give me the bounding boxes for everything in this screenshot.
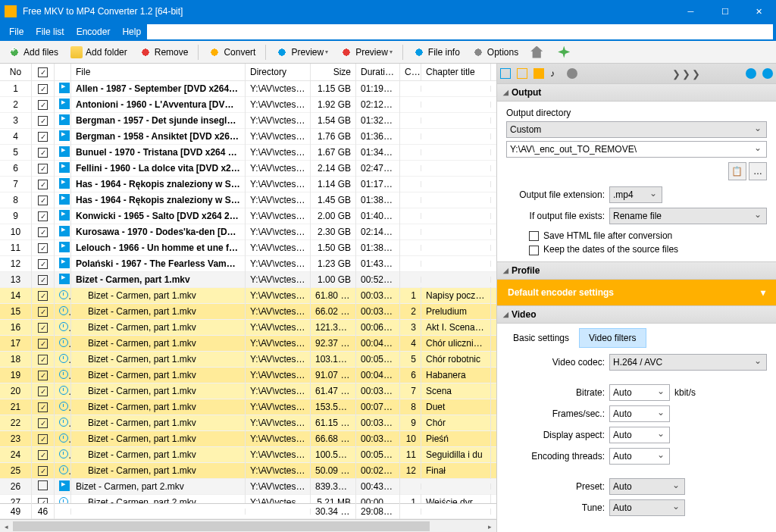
table-row[interactable]: 26Bizet - Carmen, part 2.mkvY:\AV\vctest… bbox=[0, 479, 496, 495]
keep-dates-checkbox[interactable] bbox=[529, 246, 539, 255]
convert-button[interactable]: Convert bbox=[203, 43, 261, 61]
preset-select[interactable]: Auto bbox=[609, 478, 685, 495]
preview-button-1[interactable]: Preview▾ bbox=[271, 43, 333, 61]
row-checkbox[interactable] bbox=[38, 196, 48, 205]
col-chapter[interactable]: Ch... bbox=[400, 64, 421, 80]
table-row[interactable]: 20Bizet - Carmen, part 1.mkvY:\AV\vctest… bbox=[0, 383, 496, 399]
add-folder-button[interactable]: Add folder bbox=[65, 43, 133, 61]
table-row[interactable]: 14Bizet - Carmen, part 1.mkvY:\AV\vctest… bbox=[0, 288, 496, 304]
output-section-header[interactable]: Output bbox=[497, 83, 776, 102]
table-row[interactable]: 24Bizet - Carmen, part 1.mkvY:\AV\vctest… bbox=[0, 447, 496, 463]
row-checkbox[interactable] bbox=[38, 116, 48, 126]
table-row[interactable]: 13Bizet - Carmen, part 1.mkvY:\AV\vctest… bbox=[0, 272, 496, 288]
tune-select[interactable]: Auto bbox=[609, 499, 685, 516]
row-checkbox[interactable] bbox=[38, 132, 48, 142]
menu-links[interactable]: Links bbox=[147, 24, 773, 39]
table-row[interactable]: 19Bizet - Carmen, part 1.mkvY:\AV\vctest… bbox=[0, 368, 496, 383]
row-checkbox[interactable] bbox=[38, 307, 48, 317]
table-row[interactable]: 1Allen - 1987 - September [DVD x264 1892… bbox=[0, 81, 496, 97]
row-checkbox[interactable] bbox=[38, 323, 48, 333]
row-checkbox[interactable] bbox=[38, 339, 48, 349]
edit-path-button[interactable]: 📋 bbox=[728, 162, 746, 180]
minimize-button[interactable]: ─ bbox=[674, 0, 708, 23]
table-row[interactable]: 23Bizet - Carmen, part 1.mkvY:\AV\vctest… bbox=[0, 431, 496, 447]
table-row[interactable]: 17Bizet - Carmen, part 1.mkvY:\AV\vctest… bbox=[0, 336, 496, 352]
row-checkbox[interactable] bbox=[38, 402, 48, 412]
row-checkbox[interactable] bbox=[38, 211, 48, 221]
row-checkbox[interactable] bbox=[38, 275, 48, 285]
row-checkbox[interactable] bbox=[38, 450, 48, 460]
aspect-select[interactable]: Auto bbox=[609, 427, 670, 443]
row-checkbox[interactable] bbox=[38, 466, 48, 476]
profile-select[interactable]: Default encoder settings▾ bbox=[497, 280, 776, 305]
fps-select[interactable]: Auto bbox=[609, 405, 670, 422]
gear-icon[interactable] bbox=[567, 68, 577, 79]
panel-icon[interactable] bbox=[517, 68, 527, 79]
table-row[interactable]: 4Bergman - 1958 - Ansiktet [DVD x264 215… bbox=[0, 129, 496, 145]
row-checkbox[interactable] bbox=[38, 164, 48, 174]
scroll-left-icon[interactable]: ◂ bbox=[0, 520, 13, 532]
row-checkbox[interactable] bbox=[38, 355, 48, 365]
table-row[interactable]: 11Lelouch - 1966 - Un homme et une femme… bbox=[0, 240, 496, 256]
tab-video-filters[interactable]: Video filters bbox=[579, 328, 646, 348]
browse-path-button[interactable]: … bbox=[749, 162, 767, 180]
col-duration[interactable]: Duration bbox=[356, 64, 400, 80]
video-codec-select[interactable]: H.264 / AVC bbox=[609, 354, 767, 371]
info-icon[interactable] bbox=[746, 68, 756, 79]
menu-file[interactable]: File bbox=[3, 24, 30, 39]
menu-help[interactable]: Help bbox=[116, 24, 147, 39]
col-file[interactable]: File bbox=[71, 64, 246, 80]
horizontal-scrollbar[interactable]: ◂ ▸ bbox=[0, 519, 496, 532]
row-checkbox[interactable] bbox=[38, 227, 48, 237]
col-icon[interactable] bbox=[55, 64, 71, 80]
table-row[interactable]: 18Bizet - Carmen, part 1.mkvY:\AV\vctest… bbox=[0, 352, 496, 368]
row-checkbox[interactable] bbox=[38, 148, 48, 158]
options-button[interactable]: Options bbox=[467, 43, 524, 61]
row-checkbox[interactable] bbox=[38, 259, 48, 269]
row-checkbox[interactable] bbox=[38, 180, 48, 189]
add-files-button[interactable]: Add files bbox=[3, 43, 64, 61]
menu-file-list[interactable]: File list bbox=[30, 24, 70, 39]
scroll-thumb[interactable] bbox=[13, 521, 430, 531]
video-section-header[interactable]: Video bbox=[497, 305, 776, 324]
output-directory-select[interactable]: Custom bbox=[506, 121, 767, 138]
bitrate-select[interactable]: Auto bbox=[609, 384, 670, 401]
row-checkbox[interactable] bbox=[38, 386, 48, 396]
table-row[interactable]: 15Bizet - Carmen, part 1.mkvY:\AV\vctest… bbox=[0, 304, 496, 320]
table-row[interactable]: 21Bizet - Carmen, part 1.mkvY:\AV\vctest… bbox=[0, 399, 496, 415]
panel-icon[interactable] bbox=[500, 68, 511, 79]
row-checkbox[interactable] bbox=[38, 371, 48, 380]
table-row[interactable]: 16Bizet - Carmen, part 1.mkvY:\AV\vctest… bbox=[0, 320, 496, 336]
select-all-checkbox[interactable] bbox=[38, 67, 48, 77]
output-extension-select[interactable]: .mp4 bbox=[609, 186, 662, 203]
col-chapter-title[interactable]: Chapter title bbox=[421, 64, 491, 80]
menu-encoder[interactable]: Encoder bbox=[70, 24, 117, 39]
row-checkbox[interactable] bbox=[38, 434, 48, 444]
panel-icon[interactable] bbox=[534, 68, 544, 79]
row-checkbox[interactable] bbox=[38, 418, 48, 428]
table-row[interactable]: 7Has - 1964 - Rękopis znaleziony w Sarag… bbox=[0, 177, 496, 192]
scroll-right-icon[interactable]: ▸ bbox=[483, 520, 496, 532]
output-path-input[interactable]: Y:\AV\_enc_out_TO_REMOVE\ bbox=[506, 141, 767, 158]
table-row[interactable]: 12Polański - 1967 - The Fearless Vampire… bbox=[0, 256, 496, 272]
profile-section-header[interactable]: Profile bbox=[497, 261, 776, 280]
table-row[interactable]: 2Antonioni - 1960 - L'Avventura [DVD x26… bbox=[0, 97, 496, 113]
close-panel-icon[interactable] bbox=[762, 68, 773, 79]
col-directory[interactable]: Directory bbox=[246, 64, 311, 80]
file-info-button[interactable]: File info bbox=[408, 43, 465, 61]
threads-select[interactable]: Auto bbox=[609, 448, 670, 465]
remove-button[interactable]: Remove bbox=[134, 43, 194, 61]
chevrons-right-icon[interactable]: ❯❯❯ bbox=[672, 68, 702, 80]
pin-button[interactable] bbox=[552, 43, 578, 61]
table-row[interactable]: 6Fellini - 1960 - La dolce vita [DVD x26… bbox=[0, 161, 496, 177]
table-row[interactable]: 3Bergman - 1957 - Det sjunde inseglet [D… bbox=[0, 113, 496, 129]
table-row[interactable]: 22Bizet - Carmen, part 1.mkvY:\AV\vctest… bbox=[0, 415, 496, 431]
home-button[interactable] bbox=[525, 43, 551, 61]
table-row[interactable]: 25Bizet - Carmen, part 1.mkvY:\AV\vctest… bbox=[0, 463, 496, 479]
col-size[interactable]: Size bbox=[311, 64, 356, 80]
row-checkbox[interactable] bbox=[38, 291, 48, 301]
col-check[interactable] bbox=[32, 64, 55, 80]
row-checkbox[interactable] bbox=[38, 480, 48, 490]
row-checkbox[interactable] bbox=[38, 100, 48, 110]
table-row[interactable]: 9Konwicki - 1965 - Salto [DVD x264 2396 … bbox=[0, 208, 496, 224]
